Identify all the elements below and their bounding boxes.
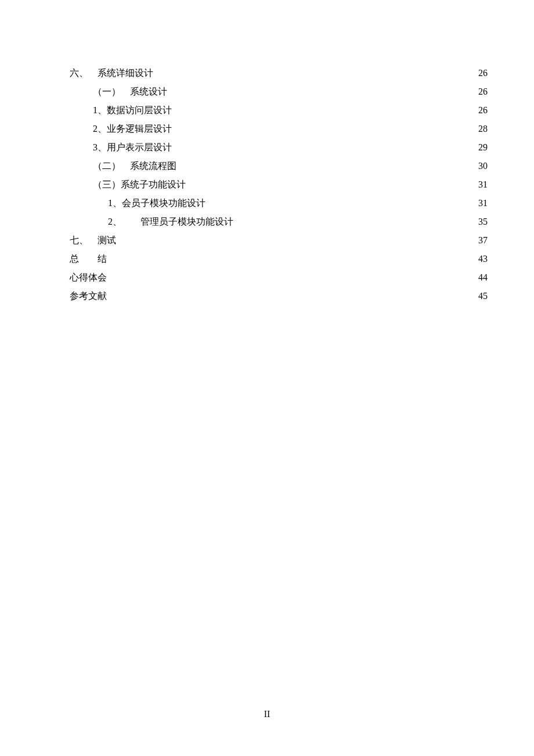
toc-entry: 1、数据访问层设计26 bbox=[70, 101, 488, 120]
toc-entry-page: 28 bbox=[476, 120, 488, 138]
page-number: II bbox=[0, 705, 534, 723]
toc-entry-page: 26 bbox=[476, 64, 488, 82]
toc-entry: 总 结43 bbox=[70, 250, 488, 268]
toc-entry-page: 29 bbox=[476, 138, 488, 157]
toc-entry-title: （二） 系统流程图 bbox=[93, 157, 176, 175]
toc-entry-page: 31 bbox=[476, 175, 488, 194]
toc-entry-title: 2、业务逻辑层设计 bbox=[93, 120, 172, 138]
toc-entry-page: 45 bbox=[476, 287, 488, 305]
toc-entry-title: 总 结 bbox=[70, 250, 107, 268]
toc-entry-page: 43 bbox=[476, 250, 488, 268]
toc-entry-title: 3、用户表示层设计 bbox=[93, 138, 172, 157]
toc-entry-page: 44 bbox=[476, 268, 488, 287]
toc-entry: （二） 系统流程图30 bbox=[70, 157, 488, 175]
toc-entry-title: 1、会员子模块功能设计 bbox=[108, 194, 205, 213]
toc-entry: 六、 系统详细设计26 bbox=[70, 64, 488, 82]
toc-entry-title: 1、数据访问层设计 bbox=[93, 101, 172, 120]
toc-entry-title: 七、 测试 bbox=[70, 231, 116, 250]
table-of-contents: 六、 系统详细设计26（一） 系统设计261、数据访问层设计262、业务逻辑层设… bbox=[70, 64, 488, 305]
toc-entry-title: （三）系统子功能设计 bbox=[93, 175, 186, 194]
toc-entry-page: 26 bbox=[476, 82, 488, 101]
toc-entry-page: 31 bbox=[476, 194, 488, 213]
toc-entry-title: 六、 系统详细设计 bbox=[70, 64, 153, 82]
toc-entry: 2、 管理员子模块功能设计35 bbox=[70, 213, 488, 231]
toc-entry: （三）系统子功能设计31 bbox=[70, 175, 488, 194]
toc-entry: 七、 测试37 bbox=[70, 231, 488, 250]
toc-entry-title: 2、 管理员子模块功能设计 bbox=[108, 213, 233, 231]
document-page: 六、 系统详细设计26（一） 系统设计261、数据访问层设计262、业务逻辑层设… bbox=[0, 0, 534, 756]
toc-entry-page: 35 bbox=[476, 213, 488, 231]
toc-entry: （一） 系统设计26 bbox=[70, 82, 488, 101]
page-number-label: II bbox=[264, 709, 270, 719]
toc-entry: 3、用户表示层设计29 bbox=[70, 138, 488, 157]
toc-entry: 参考文献45 bbox=[70, 287, 488, 305]
toc-entry-title: （一） 系统设计 bbox=[93, 82, 167, 101]
toc-entry: 心得体会44 bbox=[70, 268, 488, 287]
toc-entry-title: 心得体会 bbox=[70, 268, 107, 287]
toc-entry-title: 参考文献 bbox=[70, 287, 107, 305]
toc-entry: 1、会员子模块功能设计31 bbox=[70, 194, 488, 213]
toc-entry-page: 30 bbox=[476, 157, 488, 175]
toc-entry-page: 37 bbox=[476, 231, 488, 250]
toc-entry: 2、业务逻辑层设计28 bbox=[70, 120, 488, 138]
toc-entry-page: 26 bbox=[476, 101, 488, 120]
